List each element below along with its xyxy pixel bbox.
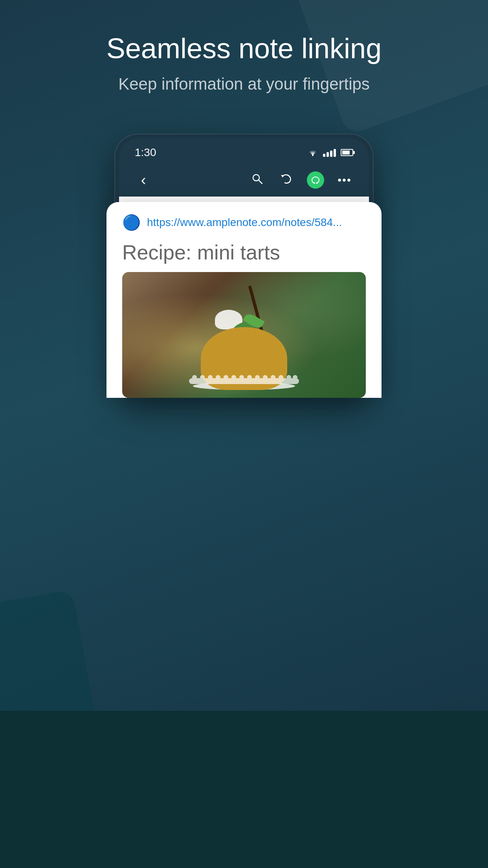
status-time: 1:30 [135,146,156,159]
svg-point-15 [247,375,252,380]
food-image [122,272,366,393]
svg-point-9 [200,375,205,380]
svg-point-18 [271,375,275,380]
svg-point-21 [293,375,297,380]
phone-outer: 1:30 [114,134,374,398]
svg-point-20 [286,375,291,380]
svg-point-14 [239,375,244,380]
phone-inner: 1:30 [119,138,369,393]
header-section: Seamless note linking Keep information a… [0,31,488,94]
signal-icon [323,148,336,157]
svg-point-12 [224,375,228,380]
toolbar-right-icons: ••• [249,171,353,189]
svg-point-19 [279,375,283,380]
popup-url-text[interactable]: https://www.amplenote.com/notes/584... [147,216,342,229]
sub-title: Keep information at your fingertips [31,75,457,94]
popup-doc-icon: 🔵 [122,214,141,231]
note-content-area: Top Recipes Updated 2 days ago # [119,197,369,393]
status-bar: 1:30 [119,138,369,165]
popup-url-row: 🔵 https://www.amplenote.com/notes/584... [122,214,366,231]
svg-point-17 [263,375,268,380]
more-options-button[interactable]: ••• [336,174,353,186]
svg-point-10 [208,375,213,380]
wifi-icon [307,148,318,157]
battery-icon [341,149,353,156]
svg-point-11 [216,375,220,380]
lace-svg [189,370,299,386]
back-button[interactable]: ‹ [135,172,152,189]
svg-point-8 [192,375,197,380]
main-title: Seamless note linking [31,31,457,65]
search-button[interactable] [249,173,266,188]
phone-mockup: 1:30 [114,134,374,398]
svg-point-13 [231,375,236,380]
status-icons [307,148,353,157]
popup-note-title: Recipe: mini tarts [122,241,366,264]
toolbar: ‹ [119,165,369,197]
svg-line-2 [259,180,262,184]
popup-card: 🔵 https://www.amplenote.com/notes/584...… [119,202,369,393]
undo-button[interactable] [278,173,295,187]
svg-point-0 [312,154,314,156]
sync-button[interactable] [307,171,324,189]
svg-point-16 [255,375,260,380]
